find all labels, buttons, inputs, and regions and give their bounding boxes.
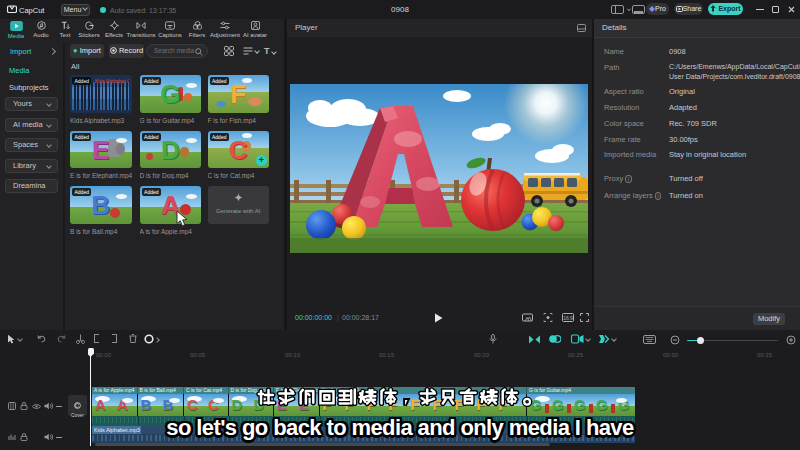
svg-text:16:9: 16:9: [563, 315, 573, 321]
